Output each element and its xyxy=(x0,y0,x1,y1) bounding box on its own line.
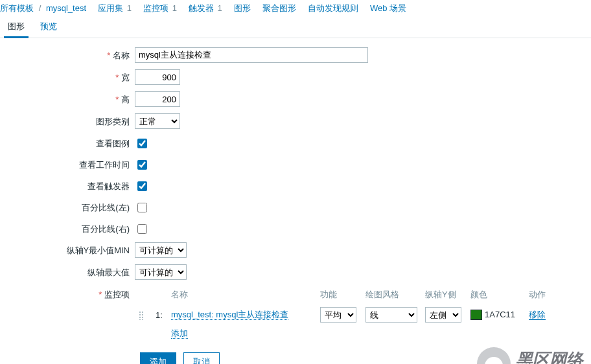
item-name-link[interactable]: mysql_test: mysql主从连接检查 xyxy=(171,310,288,320)
bc-all-templates[interactable]: 所有模板 xyxy=(0,3,34,13)
bc-applications[interactable]: 应用集 xyxy=(98,3,123,13)
bc-triggers-count: 1 xyxy=(218,3,222,13)
label-show-triggers: 查看触发器 xyxy=(5,178,135,192)
height-input[interactable] xyxy=(135,91,180,107)
add-button[interactable]: 添加 xyxy=(140,352,176,364)
label-percentile-right: 百分比线(右) xyxy=(5,221,135,235)
label-y-axis-min: 纵轴Y最小值MIN xyxy=(5,242,135,256)
tab-graph[interactable]: 图形 xyxy=(1,17,31,38)
bc-template-name[interactable]: mysql_test xyxy=(46,3,86,13)
bc-items-count: 1 xyxy=(172,3,177,13)
bc-sep: / xyxy=(39,3,41,13)
percentile-left-checkbox[interactable] xyxy=(137,203,147,212)
cancel-button[interactable]: 取消 xyxy=(183,352,220,364)
add-item-link[interactable]: 添加 xyxy=(171,328,188,339)
bc-web-scenarios[interactable]: Web 场景 xyxy=(370,3,406,13)
width-input[interactable] xyxy=(135,69,180,85)
color-swatch[interactable] xyxy=(470,310,482,320)
graph-form: 名称 宽 高 图形类别 正常 查看图例 查看工作时间 查看触发器 百分比线(左)… xyxy=(0,38,591,364)
items-table: 名称 功能 绘图风格 纵轴Y侧 颜色 动作 1: mysql_test: mys… xyxy=(135,286,556,342)
item-y-axis-side-select[interactable]: 左侧 xyxy=(425,307,461,323)
label-graph-type: 图形类别 xyxy=(5,113,135,128)
bc-applications-count: 1 xyxy=(127,3,132,13)
table-row-add: 添加 xyxy=(135,325,556,342)
show-triggers-checkbox[interactable] xyxy=(137,181,147,191)
bc-graphs[interactable]: 图形 xyxy=(234,3,251,13)
tab-preview[interactable]: 预览 xyxy=(34,17,64,38)
label-items: 监控项 xyxy=(5,286,135,301)
graph-type-select[interactable]: 正常 xyxy=(135,113,180,129)
breadcrumb: 所有模板 / mysql_test 应用集 1 监控项 1 触发器 1 图形 聚… xyxy=(0,0,591,17)
y-axis-min-select[interactable]: 可计算的 xyxy=(135,242,187,258)
table-row: 1: mysql_test: mysql主从连接检查 平均 线 xyxy=(135,304,556,325)
label-percentile-left: 百分比线(左) xyxy=(5,199,135,214)
th-action: 动作 xyxy=(525,286,556,304)
bc-discovery-rules[interactable]: 自动发现规则 xyxy=(308,3,358,13)
label-show-legend: 查看图例 xyxy=(5,135,135,150)
show-working-time-checkbox[interactable] xyxy=(137,160,147,170)
show-legend-checkbox[interactable] xyxy=(137,139,147,148)
th-function: 功能 xyxy=(316,286,362,304)
label-y-axis-max: 纵轴最大值 xyxy=(5,264,135,279)
bc-aggregate-graphs[interactable]: 聚合图形 xyxy=(262,3,296,13)
bc-triggers[interactable]: 触发器 xyxy=(189,3,214,13)
item-function-select[interactable]: 平均 xyxy=(320,307,356,323)
th-color: 颜色 xyxy=(467,286,525,304)
label-name: 名称 xyxy=(5,47,135,62)
remove-item-link[interactable]: 移除 xyxy=(529,310,546,320)
form-footer: 添加 取消 xyxy=(140,352,586,364)
tabs: 图形 预览 xyxy=(0,17,591,38)
item-draw-style-select[interactable]: 线 xyxy=(365,307,417,323)
y-axis-max-select[interactable]: 可计算的 xyxy=(135,264,187,280)
th-draw-style: 绘图风格 xyxy=(362,286,421,304)
bc-items[interactable]: 监控项 xyxy=(143,3,168,13)
name-input[interactable] xyxy=(135,47,368,63)
drag-handle-icon[interactable] xyxy=(139,311,144,320)
th-y-axis-side: 纵轴Y侧 xyxy=(421,286,467,304)
th-name: 名称 xyxy=(167,286,316,304)
label-width: 宽 xyxy=(5,69,135,84)
label-height: 高 xyxy=(5,91,135,106)
percentile-right-checkbox[interactable] xyxy=(137,224,147,234)
item-index: 1: xyxy=(156,310,163,320)
label-show-working-time: 查看工作时间 xyxy=(5,157,135,171)
color-hex: 1A7C11 xyxy=(485,310,515,319)
